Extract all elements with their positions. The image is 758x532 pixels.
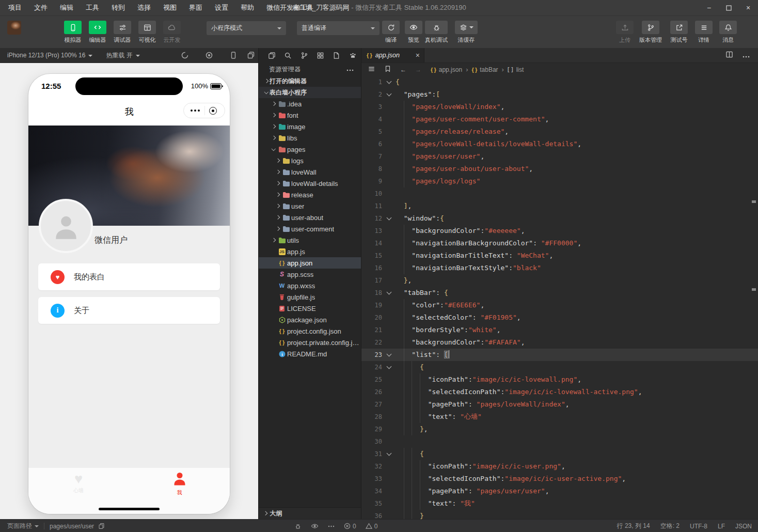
explorer-item-user[interactable]: user	[259, 200, 361, 212]
device-selector[interactable]: iPhone 12/13 (Pro) 100% 16	[7, 52, 92, 59]
toolbar-button-compile[interactable]: 编译	[378, 21, 403, 44]
explorer-item-gulpfile.js[interactable]: gulpfile.js	[259, 291, 361, 303]
menu-item-2[interactable]: 编辑	[54, 0, 80, 15]
code-line-36[interactable]: 36 }	[361, 510, 758, 519]
code-line-9[interactable]: 9 "pages/logs/logs"	[361, 175, 758, 187]
debug-icon[interactable]	[294, 523, 302, 530]
fold-chevron[interactable]	[382, 212, 396, 225]
menu-item-1[interactable]: 文件	[28, 0, 54, 15]
cursor-position[interactable]: 行 23, 列 14	[617, 522, 650, 530]
fold-chevron[interactable]	[382, 287, 396, 299]
eye-icon[interactable]	[311, 522, 319, 530]
multi-window-icon[interactable]	[247, 51, 256, 60]
warning-count[interactable]: 0	[366, 523, 378, 530]
more-icon[interactable]	[346, 66, 354, 73]
code-line-16[interactable]: 16 "navigationBarTextStyle":"black"	[361, 262, 758, 274]
code-line-21[interactable]: 21 "borderStyle":"white",	[361, 324, 758, 336]
toolbar-button-test-account[interactable]: 测试号	[667, 21, 691, 44]
toolbar-button-messages[interactable]: 消息	[716, 21, 740, 44]
explorer-item-.idea[interactable]: .idea	[259, 98, 361, 109]
encoding[interactable]: UTF-8	[690, 523, 707, 530]
more-icon[interactable]	[743, 51, 750, 60]
explorer-item-打开的编辑器[interactable]: 打开的编辑器	[259, 75, 361, 87]
explorer-item-user-about[interactable]: user-about	[259, 212, 361, 223]
mode-select[interactable]: 小程序模式	[207, 21, 286, 35]
code-line-33[interactable]: 33 "selectedIconPath":"image/ic/ic-user-…	[361, 473, 758, 485]
record-icon[interactable]	[205, 51, 214, 60]
explorer-item-pages[interactable]: pages	[259, 144, 361, 155]
toolbar-button-cloud-dev[interactable]: 云开发	[160, 21, 184, 44]
code-line-27[interactable]: 27 "pagePath": "pages/loveWall/index",	[361, 398, 758, 411]
copy-icon[interactable]	[98, 523, 105, 529]
device-icon[interactable]	[229, 51, 238, 60]
hot-reload-toggle[interactable]: 热重载 开	[106, 51, 139, 60]
explorer-item-app.wxss[interactable]: Wapp.wxss	[259, 280, 361, 291]
menu-item-8[interactable]: 设置	[209, 0, 234, 15]
page-path-selector[interactable]: 页面路径 pages/user/user	[7, 520, 105, 532]
minimize-icon[interactable]: −	[699, 0, 719, 15]
user-avatar[interactable]	[7, 21, 21, 35]
code-line-11[interactable]: 11 ],	[361, 200, 758, 212]
code-line-26[interactable]: 26 "selectedIconPath":"image/ic/ic-lovew…	[361, 386, 758, 398]
explorer-item-表白墙小程序[interactable]: 表白墙小程序	[259, 87, 361, 98]
toolbar-button-simulator[interactable]: 模拟器	[60, 21, 85, 44]
menu-item-7[interactable]: 界面	[183, 0, 209, 15]
menu-item-about[interactable]: i 关于	[38, 297, 220, 324]
arrow-right-icon[interactable]: →	[415, 66, 421, 73]
file-icon[interactable]	[328, 52, 344, 59]
code-line-3[interactable]: 3 "pages/loveWall/index",	[361, 101, 758, 113]
code-line-34[interactable]: 34 "pagePath": "pages/user/user",	[361, 485, 758, 497]
code-line-22[interactable]: 22 "backgroundColor":"#FAFAFA",	[361, 336, 758, 349]
fold-chevron[interactable]	[382, 349, 396, 361]
code-line-20[interactable]: 20 "selectedColor": "#F01905",	[361, 311, 758, 324]
extensions-icon[interactable]	[312, 52, 328, 59]
code-line-32[interactable]: 32 "iconPath":"image/ic/ic-user.png",	[361, 460, 758, 473]
menu-item-my-confession[interactable]: ♥ 我的表白	[38, 263, 220, 290]
code-line-4[interactable]: 4 "pages/user-comment/user-comment",	[361, 113, 758, 126]
menu-item-6[interactable]: 视图	[157, 0, 183, 15]
split-editor-icon[interactable]	[725, 51, 733, 60]
menu-item-4[interactable]: 转到	[105, 0, 131, 15]
explorer-item-app.js[interactable]: JSapp.js	[259, 246, 361, 257]
breadcrumb-item[interactable]: list	[516, 66, 524, 73]
code-line-15[interactable]: 15 "navigationBarTitleText": "WeChat",	[361, 249, 758, 262]
list-icon[interactable]	[368, 65, 375, 74]
fold-chevron[interactable]	[382, 448, 396, 460]
explorer-item-font[interactable]: font	[259, 109, 361, 121]
menu-item-5[interactable]: 选择	[131, 0, 157, 15]
toolbar-button-details[interactable]: 详情	[691, 21, 716, 44]
more-icon[interactable]	[191, 109, 200, 112]
explorer-item-libs[interactable]: libs	[259, 132, 361, 144]
code-editor[interactable]: 1{2 "pages":[3 "pages/loveWall/index",4 …	[361, 76, 758, 519]
breadcrumb-item[interactable]: app.json	[439, 66, 462, 73]
code-line-19[interactable]: 19 "color":"#E6E6E6",	[361, 299, 758, 311]
toolbar-button-device-debug[interactable]: 真机调试	[424, 21, 449, 44]
explorer-item-image[interactable]: image	[259, 121, 361, 132]
explorer-item-app.scss[interactable]: Sapp.scss	[259, 269, 361, 280]
code-line-31[interactable]: 31 {	[361, 448, 758, 460]
git-branch-icon[interactable]	[296, 52, 312, 59]
menu-item-3[interactable]: 工具	[80, 0, 105, 15]
code-line-25[interactable]: 25 "iconPath":"image/ic/ic-lovewall.png"…	[361, 373, 758, 386]
close-icon[interactable]: ×	[416, 52, 420, 59]
code-line-1[interactable]: 1{	[361, 76, 758, 88]
toolbar-button-editor[interactable]: 编辑器	[85, 21, 110, 44]
code-line-13[interactable]: 13 "backgroundColor":"#eeeeee",	[361, 225, 758, 237]
error-count[interactable]: 0	[344, 523, 356, 530]
code-line-29[interactable]: 29 },	[361, 423, 758, 435]
code-line-12[interactable]: 12 "window":{	[361, 212, 758, 225]
code-line-18[interactable]: 18 "tabBar": {	[361, 287, 758, 299]
fold-chevron[interactable]	[382, 88, 396, 101]
compile-select[interactable]: 普通编译	[297, 21, 380, 35]
fold-chevron[interactable]	[382, 361, 396, 373]
capsule-button[interactable]	[183, 103, 225, 118]
explorer-item-LICENSE[interactable]: LICENSE	[259, 303, 361, 314]
code-line-17[interactable]: 17 },	[361, 274, 758, 287]
explorer-item-user-comment[interactable]: user-comment	[259, 223, 361, 234]
eol[interactable]: LF	[718, 523, 725, 530]
tab-me[interactable]: 我	[154, 471, 206, 496]
code-line-5[interactable]: 5 "pages/release/release",	[361, 126, 758, 138]
code-line-35[interactable]: 35 "text": "我"	[361, 497, 758, 510]
more-icon[interactable]	[328, 525, 335, 527]
code-line-24[interactable]: 24 {	[361, 361, 758, 373]
